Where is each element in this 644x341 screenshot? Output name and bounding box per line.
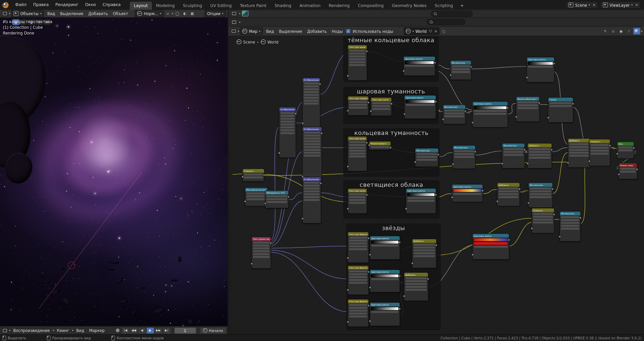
node-field[interactable] bbox=[529, 151, 550, 153]
node-field[interactable] bbox=[349, 276, 367, 278]
view-menu[interactable]: Вид bbox=[74, 326, 86, 335]
node-field[interactable] bbox=[518, 104, 538, 106]
empty-object-gizmo[interactable] bbox=[68, 262, 75, 269]
node-header[interactable]: Отображение bbox=[303, 177, 321, 181]
node-field[interactable] bbox=[533, 221, 553, 223]
node-field[interactable] bbox=[244, 174, 263, 176]
node-field[interactable] bbox=[349, 240, 367, 242]
jump-end-button[interactable]: ▶| bbox=[163, 328, 170, 333]
node-header[interactable]: Цветовая рампа bbox=[370, 270, 399, 274]
node-field[interactable] bbox=[349, 147, 366, 149]
shader-node[interactable]: Математика bbox=[450, 61, 471, 79]
shader-node[interactable]: Текстура Вороного bbox=[348, 232, 368, 263]
node-header[interactable]: Математика bbox=[450, 61, 471, 64]
output-socket[interactable] bbox=[609, 144, 611, 147]
material-preview-icon[interactable] bbox=[633, 28, 640, 35]
jump-start-button[interactable]: |◀ bbox=[122, 328, 129, 333]
shader-node[interactable]: Математика bbox=[560, 212, 580, 241]
shader-node[interactable]: Объединить XYZ bbox=[265, 191, 288, 208]
falloff-icon[interactable]: ◐ bbox=[181, 11, 188, 16]
node-header[interactable]: Математика bbox=[443, 105, 465, 109]
node-header[interactable]: Вывод мира bbox=[619, 163, 637, 167]
node-field[interactable] bbox=[528, 66, 553, 68]
add-workspace-button[interactable]: + bbox=[457, 2, 467, 10]
current-frame-field[interactable]: 1 bbox=[174, 328, 196, 333]
input-socket[interactable] bbox=[302, 217, 304, 220]
input-socket[interactable] bbox=[346, 110, 349, 112]
node-field[interactable] bbox=[304, 82, 319, 84]
node-menu-Выделение[interactable]: Выделение bbox=[276, 26, 305, 36]
node-header[interactable]: Текстура шума bbox=[348, 189, 367, 192]
node-field[interactable] bbox=[529, 154, 550, 156]
node-field[interactable] bbox=[533, 219, 553, 221]
output-socket[interactable] bbox=[437, 153, 439, 156]
slash-toggle-icon[interactable]: ⁄ bbox=[626, 28, 633, 35]
output-socket[interactable] bbox=[507, 239, 510, 241]
world-datablock[interactable]: ▾ World ⛉ × bbox=[404, 27, 439, 35]
shader-node[interactable]: Текстура шума bbox=[371, 97, 391, 116]
color-ramp-bar[interactable] bbox=[453, 189, 481, 192]
color-ramp-bar[interactable] bbox=[371, 274, 398, 277]
shader-node[interactable]: Цветовая рампа bbox=[405, 95, 436, 119]
node-field[interactable] bbox=[414, 249, 435, 251]
node-field[interactable] bbox=[349, 50, 366, 52]
node-field[interactable] bbox=[454, 150, 474, 152]
output-socket[interactable] bbox=[389, 146, 392, 149]
node-field[interactable] bbox=[530, 188, 551, 190]
node-field[interactable] bbox=[452, 71, 470, 73]
shader-node[interactable]: Смешать bbox=[243, 169, 264, 181]
node-header[interactable]: Цветовая рампа bbox=[452, 185, 483, 188]
output-socket[interactable] bbox=[470, 66, 472, 68]
node-field[interactable] bbox=[280, 129, 294, 131]
node-header[interactable]: Смешать bbox=[532, 208, 554, 212]
node-field[interactable] bbox=[349, 282, 367, 284]
shader-node[interactable]: Добавить bbox=[412, 239, 436, 268]
node-field[interactable] bbox=[304, 100, 319, 102]
orientation-dropdown[interactable]: Норм... ▾ bbox=[135, 10, 164, 17]
node-field[interactable] bbox=[267, 201, 287, 203]
shader-node[interactable]: Математика bbox=[502, 144, 525, 168]
node-field[interactable] bbox=[406, 280, 427, 282]
shader-node[interactable]: Цветовая рампа bbox=[370, 236, 399, 259]
input-socket[interactable] bbox=[368, 144, 370, 146]
close-icon[interactable]: × bbox=[634, 3, 638, 7]
node-header[interactable]: Добавить bbox=[404, 273, 428, 276]
color-ramp-bar[interactable] bbox=[371, 241, 398, 244]
node-field[interactable] bbox=[561, 222, 579, 224]
output-socket[interactable] bbox=[435, 194, 437, 196]
shader-node[interactable]: Цветовая рампа bbox=[473, 102, 507, 127]
output-socket[interactable] bbox=[481, 190, 484, 192]
node-header[interactable]: Текстура Вороного bbox=[348, 232, 368, 236]
node-field[interactable] bbox=[619, 146, 633, 148]
node-field[interactable] bbox=[253, 242, 269, 244]
input-socket[interactable] bbox=[472, 121, 474, 124]
node-field[interactable] bbox=[518, 107, 538, 109]
node-header[interactable]: Текстура Вороного bbox=[348, 299, 368, 303]
node-header[interactable]: Цветовая рампа bbox=[406, 189, 436, 192]
tab-geometry-nodes[interactable]: Geometry Nodes bbox=[388, 2, 431, 10]
node-header[interactable]: Добавить bbox=[497, 183, 520, 187]
color-field[interactable] bbox=[474, 242, 507, 245]
node-field[interactable] bbox=[408, 197, 435, 199]
shader-node[interactable]: Отображение bbox=[303, 177, 321, 223]
close-icon[interactable]: × bbox=[592, 3, 596, 7]
node-field[interactable] bbox=[304, 155, 320, 157]
node-field[interactable] bbox=[405, 65, 434, 67]
shader-node[interactable]: Добавить bbox=[497, 183, 520, 206]
node-field[interactable] bbox=[304, 91, 319, 93]
node-field[interactable] bbox=[304, 190, 320, 192]
node-header[interactable]: Цветовая рампа bbox=[370, 236, 399, 240]
node-field[interactable] bbox=[244, 177, 263, 179]
node-field[interactable] bbox=[349, 150, 366, 152]
node-field[interactable] bbox=[280, 115, 294, 117]
shader-node[interactable]: Цветовая рампа bbox=[370, 270, 399, 292]
input-socket[interactable] bbox=[369, 320, 371, 322]
node-field[interactable] bbox=[371, 278, 398, 280]
node-field[interactable] bbox=[453, 193, 481, 195]
shader-node[interactable]: Текстура шума bbox=[348, 189, 367, 213]
node-field[interactable] bbox=[349, 273, 367, 275]
node-field[interactable] bbox=[518, 101, 538, 103]
node-field[interactable] bbox=[247, 192, 266, 194]
node-field[interactable] bbox=[304, 193, 320, 195]
overlays-icon[interactable]: ◉ bbox=[618, 28, 625, 35]
